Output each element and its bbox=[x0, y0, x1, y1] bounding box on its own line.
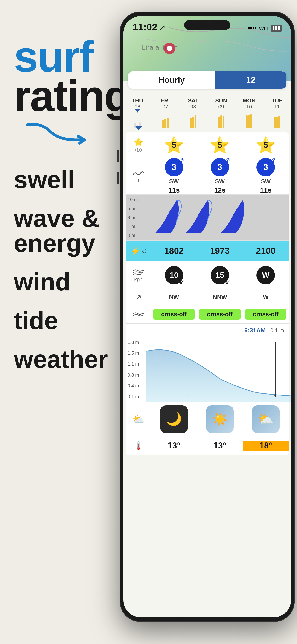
day-num-tue: 11 bbox=[274, 104, 280, 110]
wind-badge-3: W bbox=[256, 266, 275, 284]
bar bbox=[167, 118, 168, 128]
rating-scale: /10 bbox=[135, 147, 142, 153]
day-name-thu: THU bbox=[132, 98, 143, 104]
temp-row: 🌡️ 13° 13° 18° bbox=[126, 436, 289, 455]
wave-label-3m: 3 m bbox=[128, 215, 149, 220]
rating-cell-1: ⭐ 5 bbox=[151, 136, 197, 154]
star-number-3: 5 bbox=[264, 140, 268, 150]
wind-dir-cell-2: NNW bbox=[197, 294, 243, 300]
wind-arrow-2: ↙ bbox=[225, 278, 230, 286]
weather-icon-row: ⛅ 🌙 ☀️ ⛅ bbox=[126, 402, 289, 436]
surf-label: surf bbox=[14, 37, 124, 76]
tide-label-0.1m: 0.1 m bbox=[128, 394, 144, 400]
wave-graphic bbox=[151, 195, 289, 240]
thermometer-icon: 🌡️ bbox=[133, 441, 144, 450]
tab-bar: Hourly 12 bbox=[128, 72, 286, 89]
decorative-arrow bbox=[23, 120, 124, 149]
tide-label-0.4m: 0.4 m bbox=[128, 383, 144, 388]
wind-cell-1: 10 ↙ bbox=[151, 266, 197, 284]
side-buttons bbox=[117, 150, 119, 184]
wave-label-1m: 1 m bbox=[128, 224, 149, 229]
wave-badge-3: 3 ↗ bbox=[256, 158, 275, 176]
tide-label-1.1m: 1.1 m bbox=[128, 362, 144, 367]
dynamic-island bbox=[184, 20, 230, 30]
wave-chart-labels: 10 m 5 m 3 m 1 m 0 m bbox=[126, 195, 151, 240]
bar bbox=[194, 116, 196, 128]
star-icon-label: ⭐ bbox=[133, 137, 144, 147]
tab-hourly[interactable]: Hourly bbox=[128, 72, 215, 89]
day-mon[interactable]: MON 10 bbox=[235, 98, 263, 110]
wind-icon bbox=[133, 268, 144, 277]
wave-label-10m: 10 m bbox=[128, 197, 149, 202]
sun-weather-icon: ☀️ bbox=[212, 412, 228, 426]
tide-time-bar: 9:31AM 0.1 m bbox=[126, 324, 289, 338]
location-icon: ↗ bbox=[159, 23, 166, 33]
day-name-sun: SUN bbox=[215, 98, 227, 104]
bar bbox=[274, 116, 276, 128]
tide-label-1.5m: 1.5 m bbox=[128, 350, 144, 356]
swell-period-2: 12s bbox=[214, 186, 226, 194]
swell-dir-1: SW bbox=[169, 178, 179, 185]
weather-cell-2: ☀️ bbox=[197, 406, 243, 433]
temp-row-label: 🌡️ bbox=[126, 441, 151, 450]
bar bbox=[190, 118, 192, 128]
swell-unit: m bbox=[136, 177, 140, 183]
day-thu[interactable]: THU 06 bbox=[124, 98, 151, 110]
bar-chart bbox=[124, 114, 291, 128]
tide-y-labels: 1.8 m 1.5 m 1.1 m 0.8 m 0.4 m 0.1 m bbox=[126, 338, 146, 402]
rating-row: ⭐ /10 ⭐ 5 ⭐ 5 bbox=[126, 132, 289, 158]
volume-up-button bbox=[117, 150, 119, 162]
tide-time: 9:31AM bbox=[244, 327, 266, 334]
wind-num-1: 10 bbox=[170, 271, 178, 280]
tide-height: 0.1 m bbox=[270, 327, 284, 334]
energy-cell-3: 2100 bbox=[243, 246, 289, 256]
feature-wind: wind bbox=[14, 270, 124, 294]
cross-cell-3: cross-off bbox=[243, 309, 289, 320]
wind-dir-cell-1: NW bbox=[151, 294, 197, 300]
feature-weather: weather bbox=[14, 347, 124, 372]
left-panel: surf rating swell wave &energy wind tide… bbox=[0, 0, 134, 644]
day-fri[interactable]: FRI 07 bbox=[151, 98, 179, 110]
phone-frame: 11:02 ↗ ▪▪▪▪ wifi ▮▮▮ Lira a limun bbox=[120, 12, 295, 622]
cross-badge-2: cross-off bbox=[199, 309, 240, 320]
swell-row-label: m bbox=[126, 169, 151, 183]
energy-row: ⚡ kJ 1802 1973 2100 bbox=[126, 241, 289, 262]
wind-dir-row: ↗ NW NNW W bbox=[126, 289, 289, 305]
star-number-1: 5 bbox=[172, 140, 176, 150]
bar bbox=[162, 120, 164, 128]
wind-row-label: kph bbox=[126, 268, 151, 282]
tab-12day[interactable]: 12 bbox=[215, 72, 286, 89]
wind-cell-2: 15 ↙ bbox=[197, 266, 243, 284]
energy-unit: kJ bbox=[142, 248, 147, 254]
bars-sat bbox=[179, 114, 207, 128]
content-area: ⭐ /10 ⭐ 5 ⭐ 5 bbox=[124, 132, 291, 617]
wifi-icon: wifi bbox=[259, 24, 268, 32]
day-sun[interactable]: SUN 09 bbox=[207, 98, 235, 110]
wind-row: kph 10 ↙ 15 bbox=[126, 262, 289, 289]
bar bbox=[218, 116, 220, 128]
swell-period-3: 11s bbox=[260, 186, 272, 194]
day-num-sun: 09 bbox=[218, 104, 224, 110]
cross-badge-1: cross-off bbox=[153, 309, 194, 320]
wave-label-5m: 5 m bbox=[128, 206, 149, 211]
tide-label-0.8m: 0.8 m bbox=[128, 372, 144, 378]
cross-badge-3: cross-off bbox=[245, 309, 286, 320]
swell-cell-3: 3 ↗ SW 11s bbox=[243, 158, 289, 194]
wind-dir-cell-3: W bbox=[243, 294, 289, 300]
tide-curve-svg bbox=[146, 338, 291, 402]
phone-screen: 11:02 ↗ ▪▪▪▪ wifi ▮▮▮ Lira a limun bbox=[124, 16, 291, 617]
day-name-fri: FRI bbox=[161, 98, 170, 104]
day-tue[interactable]: TUE 11 bbox=[263, 98, 291, 110]
wind-badge-2: 15 ↙ bbox=[211, 266, 229, 284]
wind-badge-1: 10 ↙ bbox=[165, 266, 183, 284]
wave-icon bbox=[132, 169, 144, 177]
wind-circle-3: W bbox=[256, 266, 275, 284]
wind-num-3: W bbox=[262, 271, 269, 280]
moon-weather-icon: 🌙 bbox=[166, 412, 182, 426]
cross-cell-2: cross-off bbox=[197, 309, 243, 320]
day-sat[interactable]: SAT 08 bbox=[179, 98, 207, 110]
weather-cell-1: 🌙 bbox=[151, 406, 197, 433]
bar bbox=[192, 116, 194, 128]
day-name-tue: TUE bbox=[272, 98, 282, 104]
bar bbox=[223, 116, 224, 128]
